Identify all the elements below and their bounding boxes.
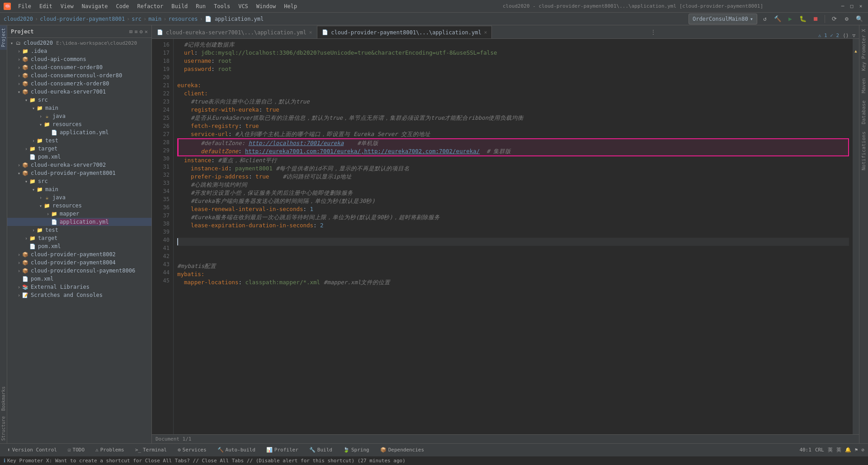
menu-run[interactable]: Run [192, 2, 209, 10]
status-tab-versioncontrol[interactable]: ⬆ Version Control [4, 445, 61, 455]
list-item[interactable]: › 📁 mapper [7, 210, 151, 218]
gutter-warning: ▲ [853, 47, 859, 55]
status-tab-build[interactable]: 🔧 Build [306, 445, 336, 455]
sidebar-tab-structure[interactable]: Structure [0, 413, 7, 443]
list-item[interactable]: › ☕ java [7, 193, 151, 202]
list-item[interactable]: ▾ 📁 resources [7, 202, 151, 210]
search-button[interactable]: 🔍 [854, 14, 864, 24]
status-tab-autobuild[interactable]: 🔨 Auto-build [214, 445, 259, 455]
close-button[interactable]: ✕ [857, 3, 864, 10]
list-item[interactable]: ▾ 📁 src [7, 177, 151, 185]
tree-root[interactable]: ▾ 🗂 cloud2020 E:\idea-workspace\cloud202… [7, 39, 151, 47]
menu-bar: File Edit View Navigate Code Refactor Bu… [14, 2, 427, 10]
settings-button[interactable]: ⚙ [842, 14, 852, 24]
list-item[interactable]: › 📁 test [7, 226, 151, 234]
collapse-icon[interactable]: ▽ [852, 33, 855, 38]
list-item[interactable]: › 📦 cloud-consumerconsul-order80 [7, 71, 151, 80]
menu-code[interactable]: Code [113, 2, 133, 10]
tab-eureka-server[interactable]: 📄 cloud-eureka-server7001\...\applicatio… [152, 26, 317, 38]
list-item[interactable]: 📄 application.yml [7, 128, 151, 136]
list-item[interactable]: › 📦 cloud-consumer-order80 [7, 63, 151, 71]
refresh-button[interactable]: ↺ [760, 14, 770, 24]
menu-help[interactable]: Help [280, 2, 301, 10]
expand-icon[interactable]: ⟨⟩ [843, 33, 849, 38]
stop-button[interactable]: ⏹ [811, 14, 821, 24]
menu-tools[interactable]: Tools [210, 2, 234, 10]
list-item[interactable]: › 📁 .idea [7, 47, 151, 55]
debug-button[interactable]: 🐛 [798, 14, 808, 24]
sidebar-tab-notifications[interactable]: Notifications [860, 128, 868, 174]
module-icon: 📦 [22, 88, 29, 95]
close-icon[interactable]: ✕ [484, 29, 487, 35]
run-config-selector[interactable]: OrderConsulMain80 ▾ [689, 14, 757, 24]
minimize-button[interactable]: ─ [839, 3, 846, 10]
breadcrumb-payment8001[interactable]: cloud-provider-payment8001 [40, 16, 125, 22]
maximize-button[interactable]: □ [848, 3, 855, 10]
panel-icon-settings[interactable]: ⚙ [140, 28, 143, 35]
list-item[interactable]: 📄 pom.xml [7, 242, 151, 250]
cursor-position: 40:1 [799, 447, 811, 453]
panel-icon-expand[interactable]: ⊞ [129, 28, 132, 35]
tab-more-button[interactable]: ⋮ [647, 29, 660, 35]
editor-content[interactable]: 1617181920 2122232425 2627282930 3132333… [152, 39, 859, 434]
list-item[interactable]: ▾ 📁 src [7, 96, 151, 104]
breadcrumb-main[interactable]: main [148, 16, 161, 22]
list-item[interactable]: › 📦 cloud-eureka-server7002 [7, 161, 151, 169]
list-item[interactable]: › 📝 Scratches and Consoles [7, 291, 151, 299]
status-tab-spring[interactable]: 🍃 Spring [340, 445, 373, 455]
menu-edit[interactable]: Edit [36, 2, 56, 10]
menu-view[interactable]: View [57, 2, 77, 10]
list-item[interactable]: › 📚 External Libraries [7, 283, 151, 291]
sidebar-tab-bookmarks[interactable]: Bookmarks [0, 384, 7, 413]
menu-vcs[interactable]: VCS [235, 2, 252, 10]
sidebar-tab-project[interactable]: Project [0, 25, 7, 50]
code-line: url: jdbc:mysql://localhost:3306/db2020?… [177, 49, 849, 57]
status-tab-profiler[interactable]: 📊 Profiler [263, 445, 302, 455]
run-button[interactable]: ▶ [785, 14, 795, 24]
list-item[interactable]: 📄 pom.xml [7, 275, 151, 283]
sidebar-tab-database[interactable]: Database [860, 97, 868, 128]
status-tab-problems[interactable]: ⚠ Problems [92, 445, 128, 455]
menu-navigate[interactable]: Navigate [78, 2, 112, 10]
list-item[interactable]: › 📁 test [7, 136, 151, 145]
status-tab-todo[interactable]: ☑ TODO [64, 445, 88, 455]
menu-file[interactable]: File [14, 2, 35, 10]
list-item[interactable]: ▾ 📁 main [7, 104, 151, 112]
list-item[interactable]: › 📦 cloud-provider-payment8002 [7, 250, 151, 258]
list-item[interactable]: ▾ 📦 cloud-provider-payment8001 [7, 169, 151, 177]
panel-icon-collapse[interactable]: ≡ [134, 28, 137, 35]
menu-build[interactable]: Build [168, 2, 191, 10]
list-item[interactable]: › 📁 target [7, 145, 151, 153]
build-button[interactable]: 🔨 [773, 14, 783, 24]
list-item[interactable]: ▾ 📦 cloud-eureka-server7001 [7, 88, 151, 96]
list-item[interactable]: ▾ 📁 main [7, 185, 151, 193]
status-tab-terminal[interactable]: >_ Terminal [132, 445, 170, 455]
list-item[interactable]: 📄 pom.xml [7, 153, 151, 161]
status-tab-dependencies[interactable]: 📦 Dependencies [377, 445, 428, 455]
list-item[interactable]: › 📁 target [7, 234, 151, 242]
vcs-icon: ⬆ [7, 447, 10, 453]
breadcrumb-cloud2020[interactable]: cloud2020 [4, 16, 33, 22]
sidebar-tab-maven[interactable]: Maven [860, 75, 868, 97]
breadcrumb-src[interactable]: src [132, 16, 142, 22]
list-item[interactable]: › ☕ java [7, 112, 151, 120]
list-item[interactable]: › 📦 cloud-provider-payment8004 [7, 258, 151, 267]
module-icon: 📦 [22, 80, 29, 87]
encoding-label[interactable]: CRL [815, 447, 824, 453]
close-icon[interactable]: ✕ [309, 29, 312, 35]
list-item[interactable]: › 📦 cloud-providerconsul-payment8006 [7, 267, 151, 275]
breadcrumb-resources[interactable]: resources [168, 16, 198, 22]
menu-window[interactable]: Window [253, 2, 279, 10]
list-item[interactable]: › 📦 cloud-api-commons [7, 55, 151, 63]
list-item[interactable]: 📄 application.yml [7, 218, 151, 226]
tab-payment8001[interactable]: 📄 cloud-provider-payment8001\...\applica… [317, 26, 492, 38]
sidebar-tab-keypromoter[interactable]: Key Promoter X [860, 25, 868, 75]
chevron-right-icon: › [31, 228, 36, 233]
menu-refactor[interactable]: Refactor [133, 2, 167, 10]
status-tab-services[interactable]: ⚙ Services [174, 445, 210, 455]
list-item[interactable]: ▾ 📁 resources [7, 120, 151, 128]
panel-icon-close[interactable]: ✕ [145, 28, 148, 35]
list-item[interactable]: › 📦 cloud-consumerzk-order80 [7, 80, 151, 88]
update-button[interactable]: ⟳ [829, 14, 839, 24]
code-editor[interactable]: #记得先创建数据库 url: jdbc:mysql://localhost:33… [174, 39, 853, 434]
